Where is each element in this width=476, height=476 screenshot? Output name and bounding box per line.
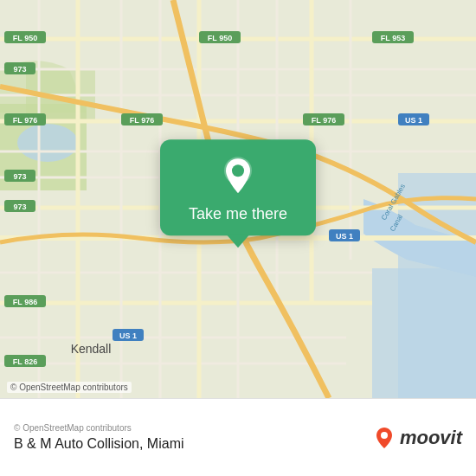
location-pin-icon <box>217 155 259 196</box>
popup-label: Take me there <box>189 205 287 223</box>
svg-text:973: 973 <box>13 172 26 181</box>
svg-text:US 1: US 1 <box>336 232 353 241</box>
svg-text:Kendall: Kendall <box>71 342 112 356</box>
svg-text:FL 986: FL 986 <box>13 298 37 306</box>
moovit-icon <box>372 426 396 450</box>
app: FL 950 FL 950 FL 953 FL 976 FL 976 FL 97… <box>0 0 476 476</box>
svg-rect-2 <box>372 268 476 398</box>
moovit-logo: moovit <box>372 426 462 450</box>
svg-text:FL 976: FL 976 <box>312 116 336 125</box>
svg-text:FL 826: FL 826 <box>13 357 37 366</box>
svg-text:973: 973 <box>13 65 26 74</box>
location-title: B & M Auto Collision, Miami <box>14 436 184 452</box>
svg-text:FL 950: FL 950 <box>13 34 37 42</box>
svg-text:FL 953: FL 953 <box>381 34 405 42</box>
svg-text:US 1: US 1 <box>119 331 137 340</box>
info-bar: © OpenStreetMap contributors B & M Auto … <box>0 398 476 476</box>
osm-attribution: © OpenStreetMap contributors <box>14 423 184 433</box>
popup-card[interactable]: Take me there <box>160 139 316 235</box>
map-attribution: © OpenStreetMap contributors <box>7 382 132 393</box>
svg-text:FL 950: FL 950 <box>208 34 232 42</box>
moovit-text: moovit <box>400 427 462 449</box>
svg-text:FL 976: FL 976 <box>13 116 37 125</box>
svg-point-59 <box>232 164 244 177</box>
map-container[interactable]: FL 950 FL 950 FL 953 FL 976 FL 976 FL 97… <box>0 0 476 398</box>
svg-point-5 <box>17 124 78 162</box>
svg-text:FL 976: FL 976 <box>130 116 154 125</box>
svg-text:US 1: US 1 <box>405 116 422 125</box>
svg-text:973: 973 <box>13 203 26 211</box>
svg-point-60 <box>381 432 388 439</box>
info-text: © OpenStreetMap contributors B & M Auto … <box>14 423 184 452</box>
